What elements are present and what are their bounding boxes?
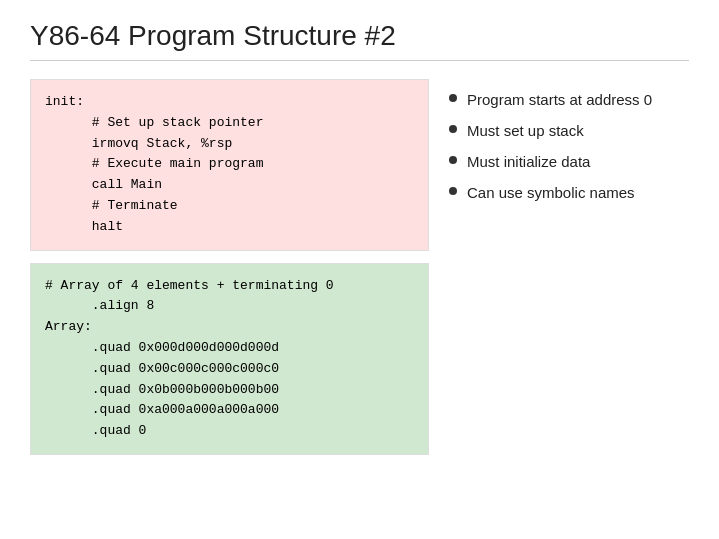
bullet-dot-icon	[449, 156, 457, 164]
bullet-text: Must set up stack	[467, 120, 584, 141]
content-area: init: # Set up stack pointer irmovq Stac…	[30, 79, 689, 519]
bullet-list: Program starts at address 0Must set up s…	[449, 89, 689, 213]
bullet-dot-icon	[449, 125, 457, 133]
bullet-item-1: Must set up stack	[449, 120, 689, 141]
bullet-text: Must initialize data	[467, 151, 590, 172]
slide-title: Y86-64 Program Structure #2	[30, 20, 689, 61]
bullet-text: Can use symbolic names	[467, 182, 635, 203]
bullet-item-0: Program starts at address 0	[449, 89, 689, 110]
right-panel: Program starts at address 0Must set up s…	[449, 79, 689, 519]
slide-container: Y86-64 Program Structure #2 init: # Set …	[0, 0, 719, 539]
code-block-bottom: # Array of 4 elements + terminating 0 .a…	[30, 263, 429, 455]
bullet-dot-icon	[449, 94, 457, 102]
bullet-dot-icon	[449, 187, 457, 195]
bullet-item-2: Must initialize data	[449, 151, 689, 172]
code-block-top: init: # Set up stack pointer irmovq Stac…	[30, 79, 429, 251]
left-panel: init: # Set up stack pointer irmovq Stac…	[30, 79, 429, 519]
bullet-text: Program starts at address 0	[467, 89, 652, 110]
bullet-item-3: Can use symbolic names	[449, 182, 689, 203]
